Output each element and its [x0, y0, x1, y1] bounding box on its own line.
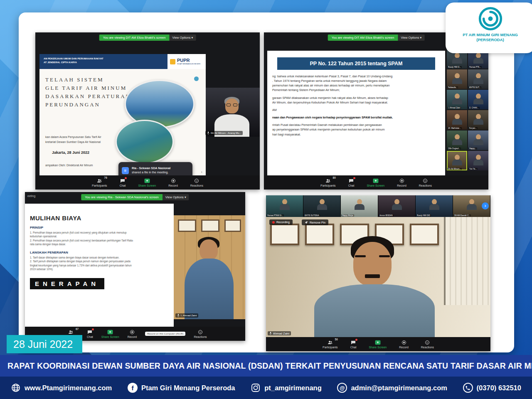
certificate-frame	[178, 219, 196, 232]
participant-tile[interactable]: I. Ahmad Zaini	[447, 90, 467, 109]
share-screen-button[interactable]: Share Screen	[138, 178, 156, 187]
view-options-button[interactable]: View Options ▾	[169, 34, 196, 41]
view-options-button[interactable]: View Options ▾	[398, 34, 424, 41]
ministry-header: AN PEKERJAAN UMUM DAN PERUMAHAN RAKYAT A…	[39, 54, 167, 69]
pinned-speaker-video[interactable]: Ahmad Zaini	[266, 217, 490, 337]
reactions-button[interactable]: Reactions	[194, 329, 207, 338]
participant-tile[interactable]: Humas PTAM Gi...	[266, 195, 303, 217]
reactions-icon	[198, 330, 203, 335]
mic-icon	[207, 131, 209, 135]
participant-tile[interactable]: Offo Ongisol...	[447, 131, 467, 150]
participant-tile-active-speaker[interactable]: Dir Air Minum...	[447, 151, 467, 170]
slide-pemulihan-biaya: MULIHAN BIAYA PRINSIP 1. Pemulihan biaya…	[25, 204, 174, 327]
water-plant-photo	[116, 120, 174, 164]
record-button[interactable]: Record	[168, 178, 178, 187]
window-title-fragment: eeting	[27, 195, 35, 197]
share-screen-button[interactable]: Share Screen	[101, 329, 119, 338]
date-badge: 28 Juni 2022	[7, 335, 82, 353]
zoom-window-telaah-slide: You are viewing DIT AM Eliza Bhakti's sc…	[35, 32, 260, 190]
email-link[interactable]: @ admin@ptamgirimenang.com	[337, 383, 447, 393]
notification-dot	[353, 177, 355, 179]
slide-pp122: PP No. 122 Tahun 2015 tentang SPAM ng: b…	[267, 51, 445, 175]
participant-tile[interactable]: 24. Marhukar...	[447, 110, 467, 130]
record-tooltip: Record on this Computer (Alt+R)	[145, 332, 185, 336]
participant-tile[interactable]: Feryan...	[468, 110, 488, 130]
person-eyebrow	[355, 255, 366, 257]
participant-video-anang[interactable]: Dir Air Minum - Anang Mu...	[204, 88, 260, 137]
share-screen-icon	[144, 178, 150, 183]
chat-button[interactable]: Chat	[348, 178, 355, 187]
person-mustache	[365, 274, 380, 278]
slide-paragraph: ng: bahwa untuk melaksanakan ketentuan P…	[267, 74, 445, 93]
company-logo-box: PT AIR MINUM GIRI MENANG (PERSERODA)	[446, 2, 532, 53]
viewing-screen-banner: You are viewing DIT AM Eliza Bhakti's sc…	[328, 34, 398, 41]
participant-tile[interactable]: ENTIS SUTISNA	[303, 195, 341, 217]
slide-title: MULIHAN BIAYA	[30, 214, 169, 222]
participants-button[interactable]: 76 Participants	[92, 178, 107, 187]
facebook-icon: f	[128, 383, 138, 393]
participant-tile[interactable]: Amron BISDAN	[378, 195, 416, 217]
participant-tile[interactable]: Failasufa...	[447, 69, 467, 89]
person-eyebrow	[379, 255, 390, 257]
slide-paragraph: garaan SPAM dilaksanakan untuk menjamin …	[267, 96, 445, 105]
zoom-toolbar: 76 Participants Chat Share Screen Record…	[35, 175, 260, 190]
viewing-screen-banner: You are viewing Ria - Sekwan SDA Nasiona…	[81, 194, 163, 200]
participant-tile[interactable]: Happy Mulya	[341, 195, 378, 217]
reactions-button[interactable]: Reactions	[190, 178, 203, 187]
window-blinds	[444, 217, 490, 305]
pupr-emblem-icon	[170, 59, 175, 64]
share-screen-button[interactable]: Share Screen	[367, 178, 384, 187]
event-title: RAPAT KOORDINASI DEWAN SUMBER DAYA AIR N…	[7, 361, 532, 371]
slide-title: PP No. 122 Tahun 2015 tentang SPAM	[277, 57, 435, 70]
phone-number[interactable]: (0370) 632510	[463, 383, 521, 393]
slide-subtitle: kan dalam Acara Penyusunan Satu Tarif Ai…	[45, 135, 101, 145]
viewing-screen-banner: You are viewing DIT AM Eliza Bhakti's sc…	[99, 34, 170, 41]
record-button[interactable]: Record	[399, 340, 409, 349]
speaker-name-label: Ahmad Zaini	[268, 331, 291, 335]
slide-date: Jakarta, 28 Juni 2022	[52, 150, 89, 155]
slide-paragraph: AM	[267, 108, 445, 112]
participants-button[interactable]: 50 Participants	[323, 340, 338, 349]
certificate-frame	[224, 219, 241, 232]
participant-video-ahmad-zaini[interactable]: I. Ahmad Zaini	[174, 215, 245, 319]
instagram-link[interactable]: pt_amgirimenang	[251, 383, 322, 393]
participant-tile[interactable]: D. CHAN...	[468, 90, 488, 109]
toast-message: shared a file in the meeting.	[132, 170, 168, 174]
participants-icon	[68, 330, 74, 335]
chat-icon	[351, 340, 356, 345]
chat-button[interactable]: Chat	[87, 329, 93, 338]
participant-tile[interactable]: ENTIS SUT...	[468, 69, 488, 89]
toast-sender: Ria - Sekwan SDA Nasional	[132, 166, 170, 170]
participant-tile[interactable]: Yus Ya...	[468, 151, 488, 170]
record-button[interactable]: Record	[128, 329, 137, 338]
participant-name-label: Dir Air Minum - Anang Mu...	[205, 131, 243, 135]
chat-button[interactable]: Chat	[350, 340, 357, 349]
participants-filmstrip: Humas PTAM Gi... ENTIS SUTISNA Happy Mul…	[266, 195, 490, 217]
slide-big-word: ENERAPAN	[30, 278, 104, 289]
view-options-button[interactable]: View Options ▾	[163, 194, 189, 200]
reactions-icon	[194, 178, 199, 183]
participant-tile[interactable]: Rusdy HMI DID	[416, 195, 453, 217]
participants-button[interactable]: 80 Participants	[320, 178, 336, 187]
chat-button[interactable]: Chat	[120, 178, 126, 187]
share-screen-icon	[373, 178, 379, 183]
zoom-toolbar: 50 Participants Chat Share Screen Record…	[266, 337, 490, 351]
reactions-button[interactable]: Reactions	[419, 178, 432, 187]
certificate-frame	[410, 224, 439, 245]
record-button[interactable]: Record	[397, 178, 406, 187]
next-gallery-page-arrow[interactable]: ›	[482, 202, 489, 209]
zoom-window-pp122-slide: You are viewing DIT AM Eliza Bhakti's sc…	[264, 32, 488, 190]
reactions-icon	[425, 340, 430, 345]
website-link[interactable]: www.Ptamgirimenang.com	[11, 383, 112, 393]
participant-tile[interactable]: Happy...	[468, 131, 488, 150]
section-body: 1. Tarif dasar ditetapkan sama dengan bi…	[30, 256, 169, 271]
certificate-frame	[305, 224, 334, 245]
facebook-link[interactable]: f Ptam Giri Menang Perseroda	[128, 383, 235, 393]
share-screen-button[interactable]: Share Screen	[369, 340, 387, 349]
person-shirt	[185, 259, 234, 319]
file-icon: ≡	[122, 167, 129, 174]
reactions-button[interactable]: Reactions	[421, 340, 434, 349]
remove-pin-button[interactable]: Remove Pin	[302, 219, 328, 225]
slide-paragraph: rintah Pusat dan/atau Pemerintah Daerah …	[267, 123, 445, 136]
phone-icon	[463, 383, 473, 393]
